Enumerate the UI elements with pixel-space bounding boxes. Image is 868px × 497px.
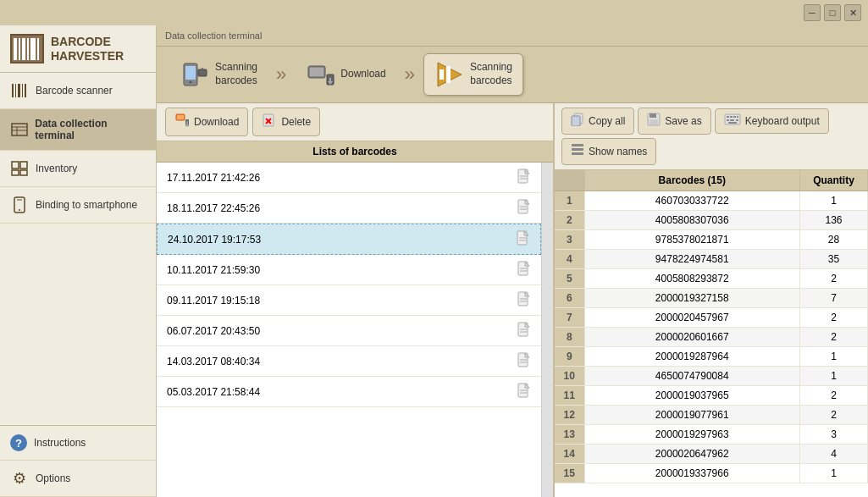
row-barcode: 9478224974581 (584, 250, 800, 269)
copy-all-button[interactable]: Copy all (561, 108, 634, 135)
main-container: BARCODEHARVESTER Barcode scanner (0, 25, 868, 497)
table-row[interactable]: 13 2000019297963 3 (555, 425, 868, 445)
table-row[interactable]: 2 4005808307036 136 (555, 211, 868, 230)
row-qty: 2 (800, 308, 868, 328)
sidebar-item-instructions[interactable]: ? Instructions (0, 426, 156, 461)
list-item[interactable]: 14.03.2017 08:40:34 (157, 346, 541, 377)
col-quantity: Quantity (800, 170, 868, 191)
step-scan1-icon (180, 59, 210, 90)
svg-rect-36 (177, 115, 184, 119)
list-item[interactable]: 10.11.2017 21:59:30 (157, 255, 541, 285)
svg-rect-7 (15, 84, 16, 97)
col-num (555, 170, 584, 191)
copy-all-label: Copy all (589, 115, 625, 127)
content-area: Data collection terminal Scanningbarcode… (157, 25, 868, 497)
svg-rect-10 (25, 84, 26, 97)
restore-button[interactable]: □ (824, 4, 841, 21)
table-row[interactable]: 3 9785378021871 28 (555, 230, 868, 250)
table-row[interactable]: 11 2000019037965 2 (555, 386, 868, 406)
row-num: 8 (555, 328, 584, 347)
table-row[interactable]: 1 4607030337722 1 (555, 191, 868, 211)
row-num: 12 (555, 406, 584, 425)
sidebar-item-data-collection-terminal[interactable]: Data collection terminal (0, 109, 156, 151)
save-as-button[interactable]: Save as (638, 108, 710, 135)
table-row[interactable]: 7 2000020457967 2 (555, 308, 868, 328)
list-item-date: 24.10.2017 19:17:53 (168, 234, 261, 246)
sidebar-item-barcode-scanner[interactable]: Barcode scanner (0, 73, 156, 109)
table-row[interactable]: 12 2000019077961 2 (555, 406, 868, 425)
instructions-label: Instructions (34, 437, 86, 449)
row-barcode: 4005808293872 (584, 269, 800, 289)
step-download[interactable]: Download (295, 54, 395, 95)
delete-button[interactable]: Delete (252, 108, 320, 136)
row-num: 11 (555, 386, 584, 406)
col-barcodes: Barcodes (15) (584, 170, 800, 191)
svg-rect-79 (650, 119, 658, 124)
svg-rect-88 (728, 122, 737, 124)
table-row[interactable]: 9 2000019287964 1 (555, 347, 868, 367)
table-row[interactable]: 6 2000019327158 7 (555, 289, 868, 308)
svg-rect-81 (727, 116, 729, 118)
svg-rect-82 (730, 116, 733, 118)
row-qty: 7 (800, 289, 868, 308)
sidebar-item-options[interactable]: ⚙ Options (0, 461, 156, 497)
svg-rect-28 (310, 68, 323, 76)
table-row[interactable]: 10 4650074790084 1 (555, 367, 868, 386)
row-qty: 136 (800, 211, 868, 230)
table-row[interactable]: 5 4005808293872 2 (555, 269, 868, 289)
row-qty: 2 (800, 386, 868, 406)
list-item[interactable]: 09.11.2017 19:15:18 (157, 285, 541, 316)
svg-rect-2 (22, 38, 25, 60)
list-item[interactable]: 17.11.2017 21:42:26 (157, 163, 541, 193)
table-row[interactable]: 14 2000020647962 4 (555, 445, 868, 464)
svg-rect-34 (446, 66, 451, 83)
sidebar-item-binding-to-smartphone[interactable]: Binding to smartphone (0, 187, 156, 224)
close-button[interactable]: ✕ (844, 4, 861, 21)
step-scan1[interactable]: Scanningbarcodes (169, 54, 268, 95)
lists-header: Lists of barcodes (157, 141, 553, 163)
download-label: Download (194, 116, 239, 128)
keyboard-icon (724, 113, 741, 129)
file-icon (517, 261, 531, 279)
download-button[interactable]: Download (165, 108, 248, 136)
row-barcode: 2000019077961 (584, 406, 800, 425)
sidebar-item-inventory[interactable]: Inventory (0, 151, 156, 187)
svg-rect-1 (19, 38, 20, 60)
data-collection-label: Data collection terminal (35, 118, 146, 141)
svg-rect-16 (20, 162, 27, 168)
app-title: Data collection terminal (165, 30, 262, 41)
list-item[interactable]: 05.03.2017 21:58:44 (157, 377, 541, 407)
svg-point-24 (190, 81, 192, 84)
table-row[interactable]: 8 2000020601667 2 (555, 328, 868, 347)
barcode-list[interactable]: 17.11.2017 21:42:26 18.11.2017 22:45:26 … (157, 163, 541, 497)
list-scrollbar[interactable] (541, 163, 553, 497)
inventory-icon (10, 159, 29, 178)
sidebar-nav: Barcode scanner Data collection terminal (0, 73, 156, 425)
row-qty: 1 (800, 464, 868, 483)
list-item[interactable]: 06.07.2017 20:43:50 (157, 316, 541, 346)
keyboard-output-button[interactable]: Keyboard output (715, 108, 829, 134)
row-num: 9 (555, 347, 584, 367)
barcode-scanner-icon (10, 81, 29, 100)
minimize-button[interactable]: ─ (804, 4, 821, 21)
show-names-button[interactable]: Show names (561, 138, 656, 165)
row-qty: 2 (800, 406, 868, 425)
smartphone-icon (10, 196, 29, 214)
file-icon (517, 199, 531, 217)
row-barcode: 2000020457967 (584, 308, 800, 328)
list-item[interactable]: 24.10.2017 19:17:53 (157, 224, 541, 255)
row-num: 4 (555, 250, 584, 269)
row-num: 13 (555, 425, 584, 445)
table-row[interactable]: 15 2000019337966 1 (555, 464, 868, 483)
table-row[interactable]: 4 9478224974581 35 (555, 250, 868, 269)
sidebar-logo: BARCODEHARVESTER (0, 25, 156, 73)
step-scan2-icon (434, 59, 465, 90)
inventory-label: Inventory (36, 163, 77, 174)
row-num: 3 (555, 230, 584, 250)
svg-rect-84 (737, 116, 738, 118)
step-scan2[interactable]: Scanningbarcodes (423, 53, 523, 96)
svg-rect-9 (22, 84, 23, 97)
svg-rect-86 (730, 119, 734, 121)
list-item[interactable]: 18.11.2017 22:45:26 (157, 193, 541, 224)
barcodes-table: Barcodes (15) Quantity 1 4607030337722 1… (555, 170, 868, 497)
